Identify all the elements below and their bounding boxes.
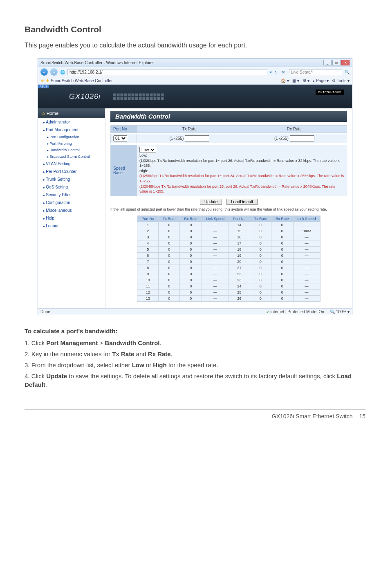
table-cell: — (293, 283, 320, 289)
maximize-button[interactable]: ▭ (332, 60, 341, 65)
table-cell: 26 (229, 295, 250, 301)
note-text: If the link speed of selected port is lo… (110, 207, 347, 211)
search-go-icon[interactable]: 🔍 (345, 70, 350, 74)
minimize-button[interactable]: _ (323, 60, 332, 65)
refresh-icon[interactable]: ↻ (274, 70, 278, 74)
table-row: 200—1500100M (137, 228, 320, 234)
sidebar-item-miscellaneous[interactable]: Miscellaneous (38, 206, 105, 214)
table-row: 700—2000— (137, 258, 320, 265)
table-cell: 24 (229, 283, 250, 289)
table-cell: — (293, 265, 320, 271)
table-cell: 0 (158, 283, 180, 289)
home-icon: ⌂ (42, 111, 45, 116)
home-toolbar-icon[interactable]: 🏠 ▾ (281, 79, 289, 83)
table-cell: — (202, 283, 229, 289)
print-icon[interactable]: 🖶 ▾ (303, 79, 310, 83)
table-row: 1200—2500— (137, 289, 320, 295)
model-tag: GX1026i /ASUS (316, 90, 344, 95)
sidebar-home-label: Home (47, 111, 58, 116)
rx-range-hint: (1~255) (274, 136, 289, 141)
product-banner: ASUS GX1026i /* decorative */ GX1026i /A… (38, 85, 352, 108)
table-cell: 12 (137, 289, 159, 295)
table-cell: 8 (137, 265, 159, 271)
sidebar-item-security-filter[interactable]: Security Filter (38, 191, 105, 199)
table-row: 1100—2400— (137, 283, 320, 289)
tx-rate-input[interactable] (185, 135, 209, 141)
sidebar-item-per-port-counter[interactable]: Per Port Counter (38, 168, 105, 175)
tools-menu[interactable]: ⚙ Tools ▾ (332, 79, 350, 83)
port-select[interactable]: 01 (113, 135, 127, 141)
close-button[interactable]: ✕ (341, 60, 350, 65)
table-cell: 0 (271, 258, 294, 265)
favorites-star-icon[interactable]: ★ (40, 79, 44, 83)
rx-rate-input[interactable] (290, 135, 314, 141)
sidebar-item-administrator[interactable]: Administrator (38, 118, 105, 126)
sidebar-item-port-management[interactable]: Port Management (38, 126, 105, 134)
feeds-icon[interactable]: ▦ ▾ (292, 79, 299, 83)
header-tx-rate: Tx Rate (137, 126, 242, 132)
sidebar-item-port-mirroring[interactable]: Port Mirroring (38, 140, 105, 147)
add-favorite-icon[interactable]: ✚ (46, 79, 49, 83)
address-input[interactable]: http://192.168.2.1/ (67, 69, 267, 75)
update-button[interactable]: Update (200, 199, 222, 205)
favorites-bar: ★ ✚ SmartSwitch Web-Base Controller 🏠 ▾ … (38, 77, 352, 85)
table-cell: 11 (137, 283, 159, 289)
table-cell: 0 (250, 258, 271, 265)
page-tab[interactable]: SmartSwitch Web-Base Controller (51, 79, 113, 83)
sidebar-item-vlan-setting[interactable]: VLAN Setting (38, 160, 105, 168)
table-cell: 0 (250, 240, 271, 246)
table-cell: 17 (229, 240, 250, 246)
table-cell: 4 (137, 240, 159, 246)
table-cell: 0 (158, 240, 180, 246)
search-provider-icon[interactable]: ✕ (280, 70, 287, 74)
table-cell: 0 (250, 265, 271, 271)
window-titlebar: SmartSwitch Web-Base Controller - Window… (38, 58, 352, 67)
table-cell: — (202, 234, 229, 240)
table-cell: 0 (158, 234, 180, 240)
table-cell: 0 (180, 246, 202, 252)
back-button[interactable]: ← (40, 68, 48, 76)
sidebar-item-logout[interactable]: Logout (38, 222, 105, 230)
table-cell: 0 (180, 271, 202, 277)
table-cell: 0 (250, 289, 271, 295)
table-cell: 100M (293, 228, 320, 234)
speed-low-text: (1)32Kbps Tx/Rx bandwidth resolution for… (139, 159, 340, 168)
table-cell: 0 (250, 252, 271, 258)
table-cell: 6 (137, 252, 159, 258)
sidebar-item-configuration[interactable]: Configuration (38, 199, 105, 206)
table-cell: 0 (271, 228, 294, 234)
page-menu[interactable]: ▸ Page ▾ (313, 79, 329, 83)
port-diagram: /* decorative */ (113, 93, 164, 100)
speed-base-select[interactable]: Low (139, 147, 156, 153)
table-cell: 0 (180, 252, 202, 258)
table-cell: 15 (229, 228, 250, 234)
sidebar-item-broadcast-storm-control[interactable]: Broadcast Storm Control (38, 153, 105, 160)
sidebar-item-qos-setting[interactable]: QoS Setting (38, 183, 105, 191)
search-input[interactable]: Live Search (289, 69, 342, 75)
table-cell: 0 (180, 228, 202, 234)
sidebar: ⌂ Home AdministratorPort ManagementPort … (38, 108, 105, 308)
forward-button[interactable]: → (50, 68, 58, 76)
table-cell: 14 (229, 222, 250, 228)
table-row: 600—1900— (137, 252, 320, 258)
table-cell: — (293, 289, 320, 295)
table-cell: 0 (158, 295, 180, 301)
sidebar-item-bandwidth-control[interactable]: Bandwidth Control (38, 147, 105, 153)
table-cell: 0 (250, 246, 271, 252)
table-cell: — (202, 289, 229, 295)
sidebar-home[interactable]: ⌂ Home (38, 108, 105, 118)
table-cell: — (202, 240, 229, 246)
table-header: Tx Rate (250, 215, 271, 222)
table-cell: 0 (271, 271, 294, 277)
table-cell: 22 (229, 271, 250, 277)
header-rx-rate: Rx Rate (242, 126, 347, 132)
dropdown-icon[interactable]: ▾ (270, 70, 272, 74)
zoom-level[interactable]: 🔍 100% ▾ (330, 310, 350, 314)
speed-high-head: High: (139, 169, 148, 173)
load-default-button[interactable]: LoadDefault (226, 199, 258, 205)
sidebar-item-trunk-setting[interactable]: Trunk Setting (38, 175, 105, 183)
table-header: Rx Rate (180, 215, 202, 222)
sidebar-item-help[interactable]: Help (38, 214, 105, 222)
step-2: 2. Key in the numeric values for Tx Rate… (25, 350, 365, 358)
sidebar-item-port-configuration[interactable]: Port Configuration (38, 134, 105, 140)
